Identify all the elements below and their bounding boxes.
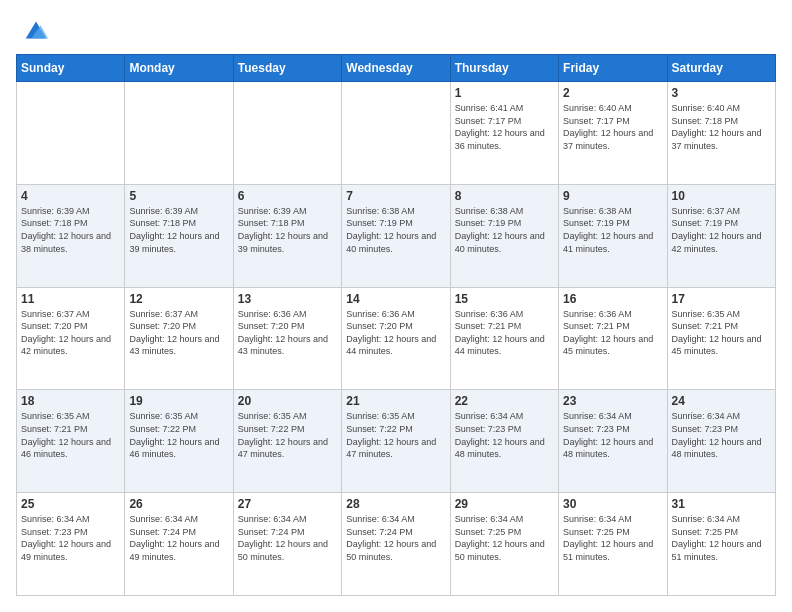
calendar-cell: 14Sunrise: 6:36 AM Sunset: 7:20 PM Dayli…	[342, 287, 450, 390]
calendar-cell	[17, 82, 125, 185]
day-info: Sunrise: 6:39 AM Sunset: 7:18 PM Dayligh…	[129, 205, 228, 255]
day-info: Sunrise: 6:34 AM Sunset: 7:25 PM Dayligh…	[455, 513, 554, 563]
calendar-cell: 16Sunrise: 6:36 AM Sunset: 7:21 PM Dayli…	[559, 287, 667, 390]
day-info: Sunrise: 6:35 AM Sunset: 7:22 PM Dayligh…	[346, 410, 445, 460]
calendar-cell: 25Sunrise: 6:34 AM Sunset: 7:23 PM Dayli…	[17, 493, 125, 596]
day-number: 19	[129, 394, 228, 408]
day-number: 17	[672, 292, 771, 306]
calendar-week-2: 4Sunrise: 6:39 AM Sunset: 7:18 PM Daylig…	[17, 184, 776, 287]
calendar-cell: 3Sunrise: 6:40 AM Sunset: 7:18 PM Daylig…	[667, 82, 775, 185]
day-info: Sunrise: 6:38 AM Sunset: 7:19 PM Dayligh…	[455, 205, 554, 255]
calendar-cell: 27Sunrise: 6:34 AM Sunset: 7:24 PM Dayli…	[233, 493, 341, 596]
day-info: Sunrise: 6:37 AM Sunset: 7:20 PM Dayligh…	[129, 308, 228, 358]
day-info: Sunrise: 6:41 AM Sunset: 7:17 PM Dayligh…	[455, 102, 554, 152]
day-number: 29	[455, 497, 554, 511]
calendar-cell: 4Sunrise: 6:39 AM Sunset: 7:18 PM Daylig…	[17, 184, 125, 287]
calendar-cell: 19Sunrise: 6:35 AM Sunset: 7:22 PM Dayli…	[125, 390, 233, 493]
calendar-cell	[233, 82, 341, 185]
day-number: 6	[238, 189, 337, 203]
day-info: Sunrise: 6:35 AM Sunset: 7:21 PM Dayligh…	[672, 308, 771, 358]
day-info: Sunrise: 6:34 AM Sunset: 7:24 PM Dayligh…	[129, 513, 228, 563]
calendar-cell: 17Sunrise: 6:35 AM Sunset: 7:21 PM Dayli…	[667, 287, 775, 390]
calendar-cell: 30Sunrise: 6:34 AM Sunset: 7:25 PM Dayli…	[559, 493, 667, 596]
day-info: Sunrise: 6:35 AM Sunset: 7:21 PM Dayligh…	[21, 410, 120, 460]
calendar-header-thursday: Thursday	[450, 55, 558, 82]
day-info: Sunrise: 6:34 AM Sunset: 7:24 PM Dayligh…	[346, 513, 445, 563]
day-number: 28	[346, 497, 445, 511]
day-number: 18	[21, 394, 120, 408]
calendar-cell: 26Sunrise: 6:34 AM Sunset: 7:24 PM Dayli…	[125, 493, 233, 596]
day-number: 3	[672, 86, 771, 100]
calendar-week-4: 18Sunrise: 6:35 AM Sunset: 7:21 PM Dayli…	[17, 390, 776, 493]
calendar-cell: 20Sunrise: 6:35 AM Sunset: 7:22 PM Dayli…	[233, 390, 341, 493]
calendar-header-wednesday: Wednesday	[342, 55, 450, 82]
calendar-cell: 12Sunrise: 6:37 AM Sunset: 7:20 PM Dayli…	[125, 287, 233, 390]
calendar-cell: 29Sunrise: 6:34 AM Sunset: 7:25 PM Dayli…	[450, 493, 558, 596]
calendar-header-monday: Monday	[125, 55, 233, 82]
logo-icon	[22, 16, 50, 44]
day-info: Sunrise: 6:36 AM Sunset: 7:20 PM Dayligh…	[238, 308, 337, 358]
calendar-header-friday: Friday	[559, 55, 667, 82]
day-number: 4	[21, 189, 120, 203]
calendar-header-row: SundayMondayTuesdayWednesdayThursdayFrid…	[17, 55, 776, 82]
header	[16, 16, 776, 44]
calendar-cell: 22Sunrise: 6:34 AM Sunset: 7:23 PM Dayli…	[450, 390, 558, 493]
day-info: Sunrise: 6:39 AM Sunset: 7:18 PM Dayligh…	[21, 205, 120, 255]
day-info: Sunrise: 6:35 AM Sunset: 7:22 PM Dayligh…	[238, 410, 337, 460]
page: SundayMondayTuesdayWednesdayThursdayFrid…	[0, 0, 792, 612]
day-number: 12	[129, 292, 228, 306]
day-info: Sunrise: 6:37 AM Sunset: 7:19 PM Dayligh…	[672, 205, 771, 255]
day-number: 9	[563, 189, 662, 203]
calendar-header-tuesday: Tuesday	[233, 55, 341, 82]
calendar-week-3: 11Sunrise: 6:37 AM Sunset: 7:20 PM Dayli…	[17, 287, 776, 390]
day-number: 30	[563, 497, 662, 511]
day-number: 25	[21, 497, 120, 511]
day-number: 23	[563, 394, 662, 408]
calendar-cell: 6Sunrise: 6:39 AM Sunset: 7:18 PM Daylig…	[233, 184, 341, 287]
day-number: 14	[346, 292, 445, 306]
day-number: 16	[563, 292, 662, 306]
calendar-cell: 24Sunrise: 6:34 AM Sunset: 7:23 PM Dayli…	[667, 390, 775, 493]
day-info: Sunrise: 6:34 AM Sunset: 7:24 PM Dayligh…	[238, 513, 337, 563]
day-number: 8	[455, 189, 554, 203]
calendar-cell: 21Sunrise: 6:35 AM Sunset: 7:22 PM Dayli…	[342, 390, 450, 493]
day-info: Sunrise: 6:40 AM Sunset: 7:17 PM Dayligh…	[563, 102, 662, 152]
day-info: Sunrise: 6:37 AM Sunset: 7:20 PM Dayligh…	[21, 308, 120, 358]
logo	[16, 16, 50, 44]
calendar-cell: 9Sunrise: 6:38 AM Sunset: 7:19 PM Daylig…	[559, 184, 667, 287]
calendar-cell	[342, 82, 450, 185]
calendar-cell: 15Sunrise: 6:36 AM Sunset: 7:21 PM Dayli…	[450, 287, 558, 390]
day-number: 5	[129, 189, 228, 203]
day-info: Sunrise: 6:36 AM Sunset: 7:21 PM Dayligh…	[455, 308, 554, 358]
day-info: Sunrise: 6:39 AM Sunset: 7:18 PM Dayligh…	[238, 205, 337, 255]
day-number: 22	[455, 394, 554, 408]
calendar-header-saturday: Saturday	[667, 55, 775, 82]
day-number: 24	[672, 394, 771, 408]
day-info: Sunrise: 6:38 AM Sunset: 7:19 PM Dayligh…	[563, 205, 662, 255]
day-info: Sunrise: 6:40 AM Sunset: 7:18 PM Dayligh…	[672, 102, 771, 152]
day-number: 21	[346, 394, 445, 408]
day-number: 27	[238, 497, 337, 511]
day-number: 31	[672, 497, 771, 511]
day-info: Sunrise: 6:34 AM Sunset: 7:23 PM Dayligh…	[563, 410, 662, 460]
calendar-week-5: 25Sunrise: 6:34 AM Sunset: 7:23 PM Dayli…	[17, 493, 776, 596]
day-info: Sunrise: 6:36 AM Sunset: 7:21 PM Dayligh…	[563, 308, 662, 358]
calendar-cell: 5Sunrise: 6:39 AM Sunset: 7:18 PM Daylig…	[125, 184, 233, 287]
day-info: Sunrise: 6:34 AM Sunset: 7:23 PM Dayligh…	[455, 410, 554, 460]
calendar-table: SundayMondayTuesdayWednesdayThursdayFrid…	[16, 54, 776, 596]
calendar-week-1: 1Sunrise: 6:41 AM Sunset: 7:17 PM Daylig…	[17, 82, 776, 185]
calendar-cell: 11Sunrise: 6:37 AM Sunset: 7:20 PM Dayli…	[17, 287, 125, 390]
calendar-cell: 10Sunrise: 6:37 AM Sunset: 7:19 PM Dayli…	[667, 184, 775, 287]
calendar-cell: 8Sunrise: 6:38 AM Sunset: 7:19 PM Daylig…	[450, 184, 558, 287]
day-info: Sunrise: 6:34 AM Sunset: 7:23 PM Dayligh…	[21, 513, 120, 563]
day-info: Sunrise: 6:34 AM Sunset: 7:23 PM Dayligh…	[672, 410, 771, 460]
day-info: Sunrise: 6:34 AM Sunset: 7:25 PM Dayligh…	[563, 513, 662, 563]
calendar-cell: 7Sunrise: 6:38 AM Sunset: 7:19 PM Daylig…	[342, 184, 450, 287]
calendar-cell: 31Sunrise: 6:34 AM Sunset: 7:25 PM Dayli…	[667, 493, 775, 596]
day-number: 11	[21, 292, 120, 306]
calendar-cell: 18Sunrise: 6:35 AM Sunset: 7:21 PM Dayli…	[17, 390, 125, 493]
day-number: 2	[563, 86, 662, 100]
day-number: 26	[129, 497, 228, 511]
calendar-cell: 2Sunrise: 6:40 AM Sunset: 7:17 PM Daylig…	[559, 82, 667, 185]
day-number: 13	[238, 292, 337, 306]
